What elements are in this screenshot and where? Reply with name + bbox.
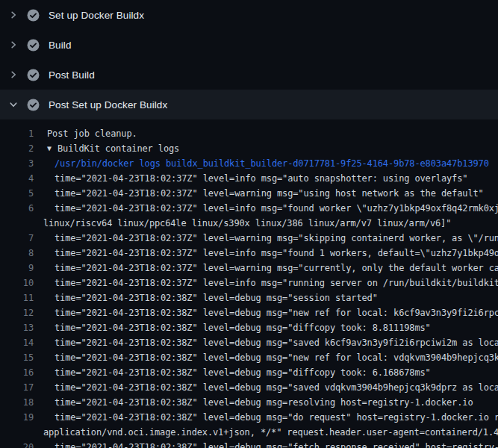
log-text: time="2021-04-23T18:02:38Z" level=debug … xyxy=(55,380,498,395)
log-row-11: 11time="2021-04-23T18:02:38Z" level=debu… xyxy=(0,290,498,305)
log-row-1: 1Post job cleanup. xyxy=(0,126,498,141)
log-line-number[interactable]: 19 xyxy=(0,410,34,425)
log-text: time="2021-04-23T18:02:37Z" level=info m… xyxy=(55,246,498,261)
log-row-19: 19time="2021-04-23T18:02:38Z" level=debu… xyxy=(0,410,498,425)
log-command-text: /usr/bin/docker logs buildx_buildkit_bui… xyxy=(55,156,489,171)
log-text: time="2021-04-23T18:02:38Z" level=debug … xyxy=(55,440,498,448)
step-label: Build xyxy=(49,40,72,51)
log-row-5: 5time="2021-04-23T18:02:37Z" level=warni… xyxy=(0,186,498,201)
log-row-3: 3/usr/bin/docker logs buildx_buildkit_bu… xyxy=(0,156,498,171)
step-header-build[interactable]: Build xyxy=(0,30,498,60)
log-text: time="2021-04-23T18:02:38Z" level=debug … xyxy=(55,335,498,350)
log-group-title[interactable]: BuildKit container logs xyxy=(57,141,179,156)
log-line-number[interactable]: 17 xyxy=(0,380,34,395)
log-line-number[interactable]: 13 xyxy=(0,320,34,335)
log-row-4: 4time="2021-04-23T18:02:37Z" level=info … xyxy=(0,171,498,186)
log-text: time="2021-04-23T18:02:37Z" level=info m… xyxy=(55,276,498,290)
log-line-number[interactable]: 9 xyxy=(0,261,34,276)
step-header-post-set-up-docker-buildx[interactable]: Post Set up Docker Buildx xyxy=(0,90,498,119)
log-row-2: 2▼BuildKit container logs xyxy=(0,141,498,156)
log-line-number[interactable]: 12 xyxy=(0,305,34,320)
log-text: time="2021-04-23T18:02:38Z" level=debug … xyxy=(55,350,498,365)
log-line-number[interactable]: 16 xyxy=(0,365,34,380)
chevron-down-icon xyxy=(9,100,18,109)
log-group-toggle-icon[interactable]: ▼ xyxy=(47,141,52,156)
step-label: Post Build xyxy=(49,69,95,81)
log-line-number[interactable]: 4 xyxy=(0,171,34,186)
step-header-post-build[interactable]: Post Build xyxy=(0,60,498,90)
chevron-right-icon xyxy=(9,40,18,49)
log-text: time="2021-04-23T18:02:38Z" level=debug … xyxy=(55,320,431,335)
log-text: time="2021-04-23T18:02:37Z" level=warnin… xyxy=(55,261,498,276)
log-line-number[interactable]: 11 xyxy=(0,290,34,305)
log-row-7: 7time="2021-04-23T18:02:37Z" level=warni… xyxy=(0,231,498,246)
log-row-10: 10time="2021-04-23T18:02:37Z" level=info… xyxy=(0,276,498,290)
log-row-8: 8time="2021-04-23T18:02:37Z" level=info … xyxy=(0,246,498,261)
log-text: time="2021-04-23T18:02:37Z" level=info m… xyxy=(55,171,467,186)
log-row-18: 18time="2021-04-23T18:02:38Z" level=debu… xyxy=(0,395,498,410)
log-row-16: 16time="2021-04-23T18:02:38Z" level=debu… xyxy=(0,365,498,380)
log-text: Post job cleanup. xyxy=(47,126,137,141)
log-row-20: 20time="2021-04-23T18:02:38Z" level=debu… xyxy=(0,440,498,448)
log-row-13: 13time="2021-04-23T18:02:38Z" level=debu… xyxy=(0,320,498,335)
log-line-number[interactable]: 2 xyxy=(0,141,34,156)
log-line-number[interactable]: 18 xyxy=(0,395,34,410)
log-row-continuation: application/vnd.oci.image.index.v1+json,… xyxy=(0,425,498,440)
log-row-6: 6time="2021-04-23T18:02:37Z" level=info … xyxy=(0,201,498,216)
log-row-17: 17time="2021-04-23T18:02:38Z" level=debu… xyxy=(0,380,498,395)
log-line-number[interactable]: 10 xyxy=(0,276,34,290)
check-circle-icon xyxy=(27,9,40,22)
check-circle-icon xyxy=(27,39,40,52)
step-header-set-up-docker-buildx[interactable]: Set up Docker Buildx xyxy=(0,0,498,30)
log-line-number[interactable]: 3 xyxy=(0,156,34,171)
log-text: time="2021-04-23T18:02:37Z" level=info m… xyxy=(55,201,498,216)
log-line-number[interactable]: 1 xyxy=(0,126,34,141)
log-text: time="2021-04-23T18:02:37Z" level=warnin… xyxy=(55,186,484,201)
steps-list: Set up Docker BuildxBuildPost BuildPost … xyxy=(0,0,498,119)
log-text: application/vnd.oci.image.index.v1+json,… xyxy=(43,425,498,440)
log-text: time="2021-04-23T18:02:38Z" level=debug … xyxy=(55,410,498,425)
log-row-continuation: linux/riscv64 linux/ppc64le linux/s390x … xyxy=(0,216,498,231)
step-label: Post Set up Docker Buildx xyxy=(49,99,167,111)
log-line-number[interactable]: 6 xyxy=(0,201,34,216)
chevron-right-icon xyxy=(9,10,18,19)
log-text: time="2021-04-23T18:02:38Z" level=debug … xyxy=(55,290,378,305)
log-container: 1Post job cleanup.2▼BuildKit container l… xyxy=(0,119,498,448)
log-row-12: 12time="2021-04-23T18:02:38Z" level=debu… xyxy=(0,305,498,320)
check-circle-icon xyxy=(27,99,40,111)
log-line-number[interactable]: 14 xyxy=(0,335,34,350)
log-text: time="2021-04-23T18:02:37Z" level=warnin… xyxy=(55,231,498,246)
check-circle-icon xyxy=(27,69,40,81)
log-text: time="2021-04-23T18:02:38Z" level=debug … xyxy=(55,365,431,380)
chevron-right-icon xyxy=(9,70,18,79)
log-text: time="2021-04-23T18:02:38Z" level=debug … xyxy=(55,395,473,410)
log-line-number[interactable]: 20 xyxy=(0,440,34,448)
log-text: linux/riscv64 linux/ppc64le linux/s390x … xyxy=(43,216,451,231)
log-line-number[interactable]: 5 xyxy=(0,186,34,201)
step-label: Set up Docker Buildx xyxy=(49,10,144,21)
log-row-14: 14time="2021-04-23T18:02:38Z" level=debu… xyxy=(0,335,498,350)
log-line-number[interactable]: 8 xyxy=(0,246,34,261)
log-text: time="2021-04-23T18:02:38Z" level=debug … xyxy=(55,305,498,320)
log-row-9: 9time="2021-04-23T18:02:37Z" level=warni… xyxy=(0,261,498,276)
log-line-number[interactable]: 15 xyxy=(0,350,34,365)
log-row-15: 15time="2021-04-23T18:02:38Z" level=debu… xyxy=(0,350,498,365)
log-line-number[interactable]: 7 xyxy=(0,231,34,246)
